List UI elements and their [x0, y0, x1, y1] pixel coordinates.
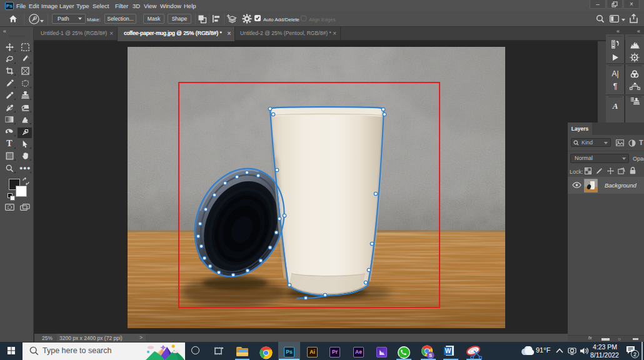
svg-text:S: S [429, 352, 432, 358]
